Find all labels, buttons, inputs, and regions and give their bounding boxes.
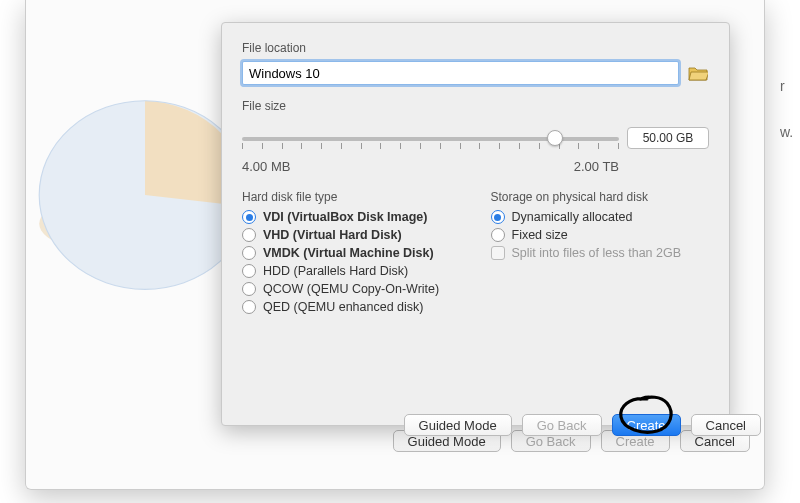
- slider-range-labels: 4.00 MB 2.00 TB: [242, 159, 709, 174]
- slider-ticks: [242, 143, 619, 149]
- file-location-row: [242, 61, 709, 85]
- disk-type-option[interactable]: VDI (VirtualBox Disk Image): [242, 210, 461, 224]
- storage-option[interactable]: Fixed size: [491, 228, 710, 242]
- storage-option[interactable]: Dynamically allocated: [491, 210, 710, 224]
- radio-icon: [491, 210, 505, 224]
- disk-type-option-label: QCOW (QEMU Copy-On-Write): [263, 282, 439, 296]
- disk-type-option[interactable]: HDD (Parallels Hard Disk): [242, 264, 461, 278]
- create-button[interactable]: Create: [612, 414, 681, 436]
- create-disk-dialog: File location File size 50.00 GB 4.00 MB…: [221, 22, 730, 426]
- storage-option-label: Dynamically allocated: [512, 210, 633, 224]
- radio-icon: [242, 228, 256, 242]
- dialog-button-row: Guided Mode Go Back Create Cancel: [404, 414, 761, 436]
- radio-icon: [242, 264, 256, 278]
- disk-type-option-label: QED (QEMU enhanced disk): [263, 300, 423, 314]
- storage-option-label: Fixed size: [512, 228, 568, 242]
- split-files-checkbox-row: Split into files of less than 2GB: [491, 246, 710, 260]
- radio-icon: [491, 228, 505, 242]
- folder-icon: [688, 64, 708, 82]
- file-size-label: File size: [242, 99, 709, 113]
- disk-type-option-label: HDD (Parallels Hard Disk): [263, 264, 408, 278]
- disk-type-option-label: VMDK (Virtual Machine Disk): [263, 246, 434, 260]
- disk-type-label: Hard disk file type: [242, 190, 461, 204]
- file-size-slider-area: 50.00 GB: [242, 127, 709, 155]
- guided-mode-button[interactable]: Guided Mode: [404, 414, 512, 436]
- split-files-checkbox: [491, 246, 505, 260]
- file-location-label: File location: [242, 41, 709, 55]
- file-size-max: 2.00 TB: [574, 159, 619, 174]
- cancel-button[interactable]: Cancel: [691, 414, 761, 436]
- file-location-input[interactable]: [242, 61, 679, 85]
- radio-icon: [242, 300, 256, 314]
- file-size-slider-thumb[interactable]: [547, 130, 563, 146]
- file-size-min: 4.00 MB: [242, 159, 290, 174]
- disk-type-column: Hard disk file type VDI (VirtualBox Disk…: [242, 190, 461, 318]
- split-files-label: Split into files of less than 2GB: [512, 246, 682, 260]
- radio-icon: [242, 210, 256, 224]
- disk-type-option[interactable]: VMDK (Virtual Machine Disk): [242, 246, 461, 260]
- disk-type-option-label: VHD (Virtual Hard Disk): [263, 228, 402, 242]
- disk-type-option[interactable]: VHD (Virtual Hard Disk): [242, 228, 461, 242]
- disk-type-option-label: VDI (VirtualBox Disk Image): [263, 210, 427, 224]
- background-text-fragments: r w.: [780, 78, 800, 170]
- disk-type-option[interactable]: QCOW (QEMU Copy-On-Write): [242, 282, 461, 296]
- go-back-button: Go Back: [522, 414, 602, 436]
- radio-icon: [242, 246, 256, 260]
- storage-label: Storage on physical hard disk: [491, 190, 710, 204]
- browse-folder-button[interactable]: [687, 62, 709, 84]
- storage-column: Storage on physical hard disk Dynamicall…: [491, 190, 710, 318]
- disk-type-option[interactable]: QED (QEMU enhanced disk): [242, 300, 461, 314]
- file-size-value-box[interactable]: 50.00 GB: [627, 127, 709, 149]
- radio-icon: [242, 282, 256, 296]
